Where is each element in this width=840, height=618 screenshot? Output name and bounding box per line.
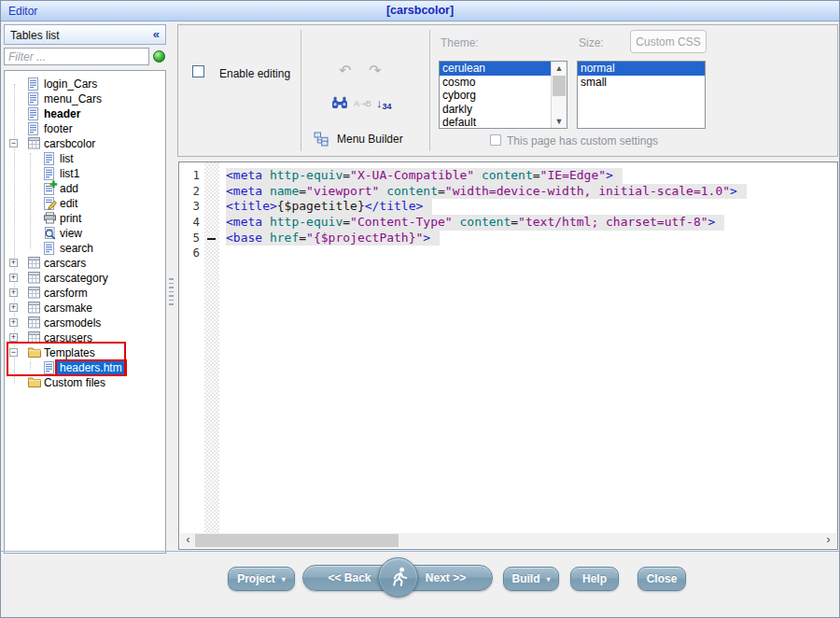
scrollbar-thumb[interactable] <box>195 534 399 547</box>
tree-item-label: carsusers <box>41 331 95 344</box>
fold-collapse-icon[interactable] <box>207 238 216 240</box>
scroll-up-icon[interactable]: ▲ <box>552 62 567 75</box>
tree-item-label: Templates <box>41 346 98 359</box>
list-item-cerulean[interactable]: cerulean <box>440 62 567 76</box>
tree-item-carsmake[interactable]: +carsmake <box>5 301 165 316</box>
table-icon <box>28 302 41 315</box>
plus-expand-icon[interactable]: + <box>9 288 18 297</box>
tree-item-print[interactable]: print <box>5 211 165 226</box>
footer-separator <box>1 551 839 552</box>
tree-item-carsusers[interactable]: +carsusers <box>5 330 165 345</box>
tree-item-edit[interactable]: edit <box>5 196 165 211</box>
filter-input[interactable] <box>4 48 149 65</box>
code-text: <meta name="viewport" content="width=dev… <box>226 184 747 200</box>
code-line-4[interactable]: 4<meta http-equiv="Content-Type" content… <box>179 215 835 231</box>
minus-expand-icon[interactable]: − <box>9 139 18 147</box>
tree-item-label: carsmodels <box>41 316 104 330</box>
menu-builder-label: Menu Builder <box>337 133 403 146</box>
build-button[interactable]: Build▾ <box>503 567 559 591</box>
enable-editing-checkbox[interactable] <box>192 65 204 77</box>
tree-item-label: carscategory <box>41 272 111 285</box>
tree-item-view[interactable]: view <box>5 226 165 241</box>
scroll-right-icon[interactable]: › <box>820 533 836 548</box>
undo-icon[interactable]: ↶ <box>339 64 351 77</box>
tree-item-add[interactable]: ✚add <box>5 181 165 196</box>
tables-list-header: Tables list « <box>4 24 166 45</box>
tree-item-carsform[interactable]: +carsform <box>5 286 165 301</box>
tree-item-carsbcolor[interactable]: −carsbcolor <box>5 136 165 151</box>
tree-item-header[interactable]: header <box>5 106 165 121</box>
editor-window: Editor [carsbcolor] Tables list « login_… <box>0 0 840 618</box>
tree-item-footer[interactable]: footer <box>5 121 165 136</box>
doc-add-icon: ✚ <box>44 182 57 195</box>
doc-icon <box>28 77 41 91</box>
list-item-normal[interactable]: normal <box>578 62 705 76</box>
tables-tree[interactable]: login_Carsmenu_Carsheaderfooter−carsbcol… <box>4 70 166 554</box>
list-item-small[interactable]: small <box>578 76 705 90</box>
list-item-default[interactable]: default <box>440 116 567 129</box>
code-line-1[interactable]: 1<meta http-equiv="X-UA-Compatible" cont… <box>179 168 835 184</box>
tree-item-search[interactable]: search <box>5 241 165 256</box>
size-label: Size: <box>579 36 604 49</box>
line-number: 2 <box>179 184 200 200</box>
scroll-left-icon[interactable]: ‹ <box>180 533 196 548</box>
scrollbar-thumb[interactable] <box>553 76 566 96</box>
tree-item-carscars[interactable]: +carscars <box>5 256 165 271</box>
editor-horizontal-scrollbar[interactable]: ‹ › <box>180 533 836 548</box>
tree-item-carscategory[interactable]: +carscategory <box>5 271 165 286</box>
dropdown-caret-icon: ▾ <box>546 575 550 583</box>
plus-expand-icon[interactable]: + <box>9 259 18 267</box>
plus-expand-icon[interactable]: + <box>9 318 18 327</box>
panel-splitter[interactable] <box>169 277 174 305</box>
project-button[interactable]: Project▾ <box>228 567 295 591</box>
custom-css-button[interactable]: Custom CSS <box>630 30 707 53</box>
code-text: <base href="{$projectPath}"> <box>226 231 440 246</box>
custom-settings-checkbox[interactable] <box>490 134 501 146</box>
folder-icon <box>28 376 41 389</box>
code-line-2[interactable]: 2<meta name="viewport" content="width=de… <box>179 184 835 200</box>
close-button[interactable]: Close <box>637 567 686 591</box>
code-editor[interactable]: 1<meta http-equiv="X-UA-Compatible" cont… <box>178 162 838 550</box>
theme-listbox[interactable]: ceruleancosmocyborgdarklydefault ▲ ▼ <box>439 61 567 129</box>
size-listbox[interactable]: normalsmall <box>577 61 706 129</box>
plus-expand-icon[interactable]: + <box>9 333 18 342</box>
tree-item-menu-cars[interactable]: menu_Cars <box>5 91 165 106</box>
tree-item-label: view <box>57 227 85 240</box>
help-button[interactable]: Help <box>570 567 619 591</box>
menu-builder-button[interactable]: Menu Builder <box>311 128 432 150</box>
table-icon <box>28 331 41 344</box>
table-icon <box>28 287 41 300</box>
replace-icon[interactable]: A⇢B <box>354 99 371 108</box>
tree-item-label: search <box>57 242 96 255</box>
tree-item-label: carsmake <box>41 302 95 315</box>
collapse-panel-icon[interactable]: « <box>153 27 160 41</box>
tree-item-label: add <box>57 182 81 195</box>
theme-scrollbar[interactable]: ▲ ▼ <box>551 62 567 128</box>
table-icon <box>28 257 41 270</box>
tree-item-list1[interactable]: list1 <box>5 166 165 181</box>
list-item-cyborg[interactable]: cyborg <box>440 89 567 103</box>
tree-item-carsmodels[interactable]: +carsmodels <box>5 316 165 330</box>
tree-item-custom-files[interactable]: Custom files <box>5 375 165 390</box>
tree-item-templates[interactable]: −Templates <box>5 345 165 360</box>
tree-item-list[interactable]: list <box>5 151 165 166</box>
plus-expand-icon[interactable]: + <box>9 303 18 312</box>
table-icon <box>28 316 41 330</box>
tree-item-headers-htm[interactable]: headers.htm <box>5 360 165 375</box>
plus-expand-icon[interactable]: + <box>9 274 18 282</box>
find-icon[interactable] <box>331 96 348 112</box>
list-item-cosmo[interactable]: cosmo <box>440 76 567 90</box>
code-line-5[interactable]: 5<base href="{$projectPath}"> <box>179 231 835 246</box>
tree-item-label: carsform <box>41 287 91 300</box>
code-line-3[interactable]: 3<title>{$pagetitle}</title> <box>179 199 835 215</box>
minus-expand-icon[interactable]: − <box>9 348 18 357</box>
tree-item-login-cars[interactable]: login_Cars <box>5 77 165 91</box>
list-item-darkly[interactable]: darkly <box>440 103 567 117</box>
code-line-6[interactable]: 6 <box>179 246 835 261</box>
doc-edit-icon <box>44 197 57 210</box>
scroll-down-icon[interactable]: ▼ <box>552 115 567 128</box>
redo-icon[interactable]: ↷ <box>369 64 381 77</box>
tree-item-label: Custom files <box>41 376 108 389</box>
goto-line-icon[interactable]: ↓34 <box>376 96 392 111</box>
code-lines[interactable]: 1<meta http-equiv="X-UA-Compatible" cont… <box>179 168 835 261</box>
